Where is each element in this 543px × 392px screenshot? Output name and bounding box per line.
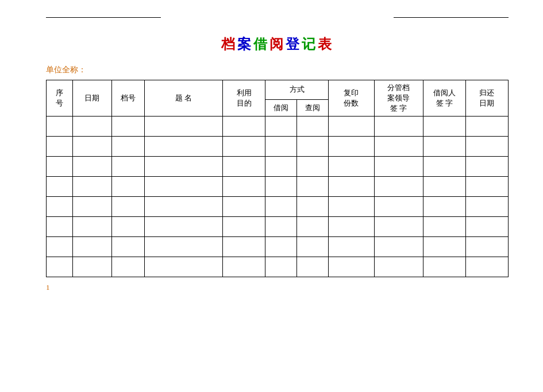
- cell-manager-sign: [374, 177, 423, 197]
- header-file-num: 档号: [111, 80, 144, 117]
- cell-view: [297, 197, 329, 217]
- cell-manager-sign: [374, 197, 423, 217]
- cell-borrower-sign: [423, 117, 465, 137]
- cell-title: [144, 177, 223, 197]
- cell-return-date: [465, 157, 508, 177]
- cell-file-num: [111, 137, 144, 157]
- title-char-3: 借: [253, 37, 269, 52]
- cell-return-date: [465, 137, 508, 157]
- cell-return-date: [465, 217, 508, 237]
- cell-seq: [47, 257, 73, 277]
- cell-seq: [47, 177, 73, 197]
- main-table: 序号 日期 档号 题 名 利用目的 方式 复印份数 分管档案领导签 字 借阅人签…: [46, 80, 509, 277]
- cell-purpose: [223, 157, 265, 177]
- header-date: 日期: [72, 80, 111, 117]
- cell-purpose: [223, 217, 265, 237]
- table-row: [47, 217, 509, 237]
- cell-view: [297, 157, 329, 177]
- header-purpose: 利用目的: [223, 80, 265, 117]
- table-header-row-1: 序号 日期 档号 题 名 利用目的 方式 复印份数 分管档案领导签 字 借阅人签…: [47, 80, 509, 100]
- cell-file-num: [111, 177, 144, 197]
- cell-borrow: [265, 217, 297, 237]
- cell-file-num: [111, 237, 144, 257]
- cell-title: [144, 157, 223, 177]
- cell-seq: [47, 217, 73, 237]
- cell-seq: [47, 237, 73, 257]
- cell-borrower-sign: [423, 257, 465, 277]
- unit-label: 单位全称：: [46, 65, 509, 75]
- title-char-5: 登: [286, 37, 302, 52]
- cell-purpose: [223, 237, 265, 257]
- cell-date: [72, 157, 111, 177]
- table-row: [47, 137, 509, 157]
- cell-seq: [47, 117, 73, 137]
- cell-copies: [328, 237, 374, 257]
- top-line-left: [46, 17, 161, 18]
- cell-seq: [47, 197, 73, 217]
- cell-title: [144, 117, 223, 137]
- table-body: [47, 117, 509, 277]
- cell-copies: [328, 137, 374, 157]
- cell-date: [72, 237, 111, 257]
- cell-return-date: [465, 257, 508, 277]
- cell-manager-sign: [374, 237, 423, 257]
- cell-title: [144, 197, 223, 217]
- header-return-date: 归还日期: [465, 80, 508, 117]
- cell-date: [72, 117, 111, 137]
- cell-purpose: [223, 197, 265, 217]
- cell-borrow: [265, 117, 297, 137]
- cell-date: [72, 257, 111, 277]
- cell-manager-sign: [374, 137, 423, 157]
- title-char-2: 案: [237, 37, 253, 52]
- cell-return-date: [465, 177, 508, 197]
- cell-seq: [47, 137, 73, 157]
- cell-copies: [328, 217, 374, 237]
- header-borrow: 借阅: [265, 99, 297, 116]
- cell-copies: [328, 177, 374, 197]
- table-row: [47, 257, 509, 277]
- cell-view: [297, 137, 329, 157]
- cell-view: [297, 257, 329, 277]
- cell-purpose: [223, 117, 265, 137]
- cell-seq: [47, 157, 73, 177]
- cell-borrower-sign: [423, 137, 465, 157]
- cell-borrower-sign: [423, 157, 465, 177]
- cell-manager-sign: [374, 157, 423, 177]
- title-char-1: 档: [221, 37, 237, 52]
- page-number: 1: [46, 283, 509, 292]
- cell-borrower-sign: [423, 197, 465, 217]
- cell-borrow: [265, 237, 297, 257]
- cell-date: [72, 217, 111, 237]
- table-row: [47, 237, 509, 257]
- cell-return-date: [465, 117, 508, 137]
- cell-borrow: [265, 257, 297, 277]
- cell-borrower-sign: [423, 217, 465, 237]
- cell-file-num: [111, 257, 144, 277]
- cell-title: [144, 237, 223, 257]
- cell-date: [72, 197, 111, 217]
- cell-borrower-sign: [423, 237, 465, 257]
- page-title: 档案借阅登记表: [46, 35, 509, 53]
- cell-borrower-sign: [423, 177, 465, 197]
- cell-purpose: [223, 257, 265, 277]
- cell-borrow: [265, 177, 297, 197]
- cell-return-date: [465, 237, 508, 257]
- header-title: 题 名: [144, 80, 223, 117]
- cell-purpose: [223, 177, 265, 197]
- top-lines: [46, 17, 509, 18]
- cell-view: [297, 217, 329, 237]
- cell-view: [297, 237, 329, 257]
- cell-title: [144, 257, 223, 277]
- header-manager-sign: 分管档案领导签 字: [374, 80, 423, 117]
- cell-file-num: [111, 117, 144, 137]
- cell-borrow: [265, 157, 297, 177]
- header-method: 方式: [265, 80, 328, 100]
- cell-file-num: [111, 157, 144, 177]
- table-row: [47, 177, 509, 197]
- cell-file-num: [111, 217, 144, 237]
- cell-copies: [328, 157, 374, 177]
- cell-file-num: [111, 197, 144, 217]
- cell-purpose: [223, 137, 265, 157]
- header-borrower-sign: 借阅人签 字: [423, 80, 465, 117]
- cell-title: [144, 217, 223, 237]
